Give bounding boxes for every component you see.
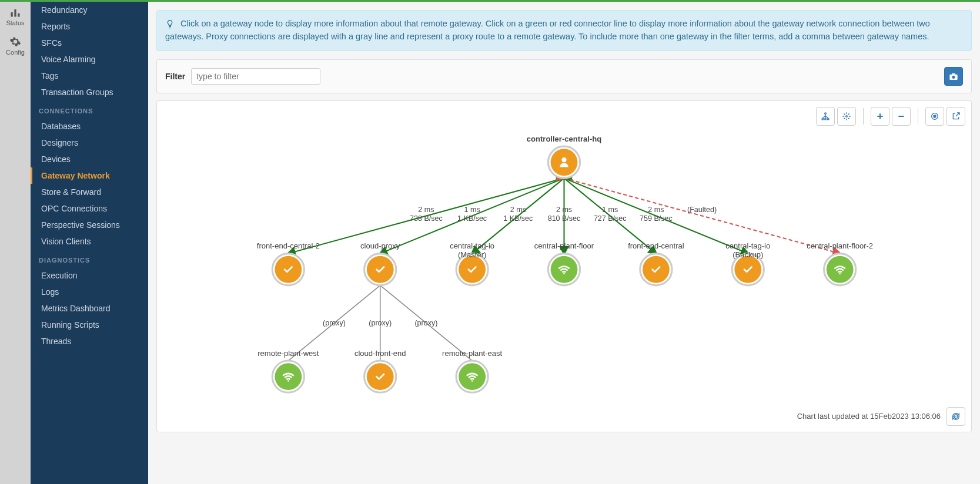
sidebar-item-transaction-groups[interactable]: Transaction Groups [31, 84, 148, 100]
svg-text:controller-central-hq: controller-central-hq [527, 134, 601, 143]
sidebar-item-metrics-dashboard[interactable]: Metrics Dashboard [31, 300, 148, 317]
info-banner: Click on a gateway node to display more … [156, 10, 972, 51]
svg-text:(proxy): (proxy) [323, 319, 346, 327]
svg-point-3 [825, 113, 827, 115]
svg-text:1 KB/sec: 1 KB/sec [457, 214, 487, 222]
popout-button[interactable] [946, 107, 965, 126]
node-cloud-front-end[interactable]: cloud-front-end [354, 348, 406, 392]
svg-text:738 B/sec: 738 B/sec [410, 214, 443, 222]
svg-text:front-end-central-2: front-end-central-2 [257, 241, 320, 250]
rail-config-label: Config [6, 49, 25, 56]
rail-status[interactable]: Status [0, 2, 31, 31]
node-central-plant-floor-2[interactable]: central-plant-floor-2 [807, 241, 873, 285]
lightbulb-icon [165, 19, 175, 29]
sidebar-item-devices[interactable]: Devices [31, 151, 148, 167]
svg-point-33 [367, 256, 394, 283]
gear-icon [9, 36, 21, 48]
sidebar-item-threads[interactable]: Threads [31, 333, 148, 349]
main-content: Click on a gateway node to display more … [148, 2, 980, 484]
bar-chart-icon [9, 6, 21, 18]
node-central-tag-io-backup[interactable]: central-tag-io(Backup) [725, 241, 770, 285]
sidebar-item-opc-connections[interactable]: OPC Connections [31, 200, 148, 217]
sidebar-item-vision-clients[interactable]: Vision Clients [31, 233, 148, 250]
filter-input[interactable] [191, 68, 320, 85]
node-remote-plant-west[interactable]: remote-plant-west [257, 348, 319, 392]
svg-rect-1 [14, 9, 16, 17]
sidebar-item-logs[interactable]: Logs [31, 284, 148, 300]
svg-point-7 [846, 115, 848, 117]
svg-text:(Backup): (Backup) [733, 250, 763, 258]
svg-text:central-tag-io: central-tag-io [725, 241, 770, 250]
graph-toolbar [816, 107, 965, 126]
svg-text:(Master): (Master) [458, 250, 486, 258]
graph-panel: 2 ms738 B/sec1 ms1 KB/sec2 ms1 KB/sec2 m… [156, 100, 972, 432]
sidebar-item-redundancy[interactable]: Redundancy [31, 2, 148, 18]
graph-footer: Chart last updated at 15Feb2023 13:06:06 [797, 407, 965, 426]
sidebar-item-store-forward[interactable]: Store & Forward [31, 184, 148, 200]
svg-point-6 [827, 118, 829, 120]
zoom-in-button[interactable] [871, 107, 889, 126]
svg-text:(Faulted): (Faulted) [687, 206, 717, 214]
connections-header: CONNECTIONS [31, 100, 148, 118]
svg-text:1 KB/sec: 1 KB/sec [503, 214, 533, 222]
network-graph[interactable]: 2 ms738 B/sec1 ms1 KB/sec2 ms1 KB/sec2 m… [157, 101, 971, 432]
sidebar-item-databases[interactable]: Databases [31, 118, 148, 135]
svg-text:727 B/sec: 727 B/sec [594, 214, 627, 222]
svg-rect-0 [11, 12, 13, 17]
sidebar: RedundancyReportsSFCsVoice AlarmingTagsT… [31, 2, 148, 484]
node-remote-plant-east[interactable]: remote-plant-east [442, 348, 502, 392]
sidebar-item-running-scripts[interactable]: Running Scripts [31, 317, 148, 333]
svg-text:central-plant-floor: central-plant-floor [534, 241, 594, 250]
svg-text:cloud-proxy: cloud-proxy [360, 241, 400, 250]
svg-text:(proxy): (proxy) [369, 319, 392, 327]
svg-text:front-end-central: front-end-central [628, 241, 684, 250]
rail-sidebar: Status Config [0, 2, 31, 484]
zoom-out-button[interactable] [892, 107, 911, 126]
radial-layout-button[interactable] [837, 107, 856, 126]
sidebar-item-designers[interactable]: Designers [31, 135, 148, 151]
node-cloud-proxy[interactable]: cloud-proxy [360, 241, 400, 285]
plus-icon [875, 112, 885, 121]
svg-text:1 ms: 1 ms [464, 206, 480, 214]
svg-text:(proxy): (proxy) [414, 319, 437, 327]
sidebar-item-sfcs[interactable]: SFCs [31, 35, 148, 51]
svg-point-46 [734, 256, 761, 283]
refresh-icon [951, 412, 961, 421]
chart-updated-text: Chart last updated at 15Feb2023 13:06:06 [797, 412, 941, 421]
info-banner-text: Click on a gateway node to display more … [165, 19, 930, 41]
rail-config[interactable]: Config [0, 31, 31, 60]
filter-label: Filter [165, 72, 185, 81]
svg-rect-2 [18, 14, 19, 17]
node-front-end-central-2[interactable]: front-end-central-2 [257, 241, 320, 285]
target-icon [930, 112, 939, 121]
tree-layout-button[interactable] [816, 107, 835, 126]
svg-text:2 ms: 2 ms [556, 206, 572, 214]
sidebar-item-voice-alarming[interactable]: Voice Alarming [31, 51, 148, 68]
svg-text:759 B/sec: 759 B/sec [640, 214, 673, 222]
rail-status-label: Status [6, 19, 24, 26]
sidebar-item-reports[interactable]: Reports [31, 18, 148, 35]
svg-text:2 ms: 2 ms [418, 206, 434, 214]
radial-icon [842, 112, 851, 121]
svg-text:2 ms: 2 ms [648, 206, 664, 214]
screenshot-button[interactable] [944, 67, 963, 86]
svg-point-30 [275, 256, 302, 283]
svg-point-5 [825, 118, 827, 120]
svg-point-43 [643, 256, 670, 283]
recenter-button[interactable] [925, 107, 944, 126]
svg-text:central-tag-io: central-tag-io [450, 241, 494, 250]
svg-point-36 [459, 256, 486, 283]
node-central-plant-floor[interactable]: central-plant-floor [534, 241, 594, 285]
sidebar-item-gateway-network[interactable]: Gateway Network [31, 167, 148, 184]
sidebar-item-perspective-sessions[interactable]: Perspective Sessions [31, 217, 148, 233]
node-front-end-central[interactable]: front-end-central [628, 241, 684, 285]
node-controller-central-hq[interactable]: controller-central-hq [527, 134, 601, 178]
filter-bar: Filter [156, 59, 972, 93]
node-central-tag-io-master[interactable]: central-tag-io(Master) [450, 241, 494, 285]
sidebar-item-execution[interactable]: Execution [31, 267, 148, 284]
svg-text:cloud-front-end: cloud-front-end [354, 348, 406, 357]
svg-text:central-plant-floor-2: central-plant-floor-2 [807, 241, 873, 250]
refresh-button[interactable] [946, 407, 965, 426]
svg-text:remote-plant-east: remote-plant-east [442, 348, 502, 357]
sidebar-item-tags[interactable]: Tags [31, 68, 148, 84]
